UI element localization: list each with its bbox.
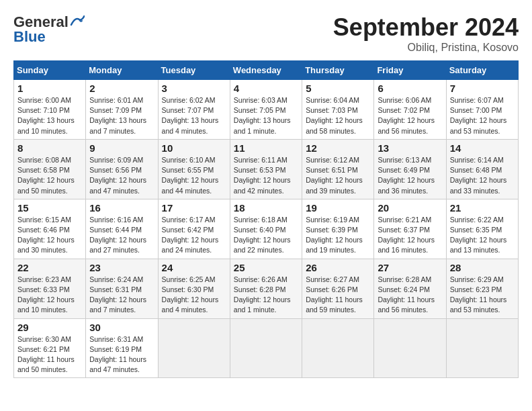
calendar-week-4: 22Sunrise: 6:23 AM Sunset: 6:33 PM Dayli… (14, 259, 519, 318)
day-info: Sunrise: 6:24 AM Sunset: 6:31 PM Dayligh… (89, 275, 154, 316)
day-info: Sunrise: 6:01 AM Sunset: 7:09 PM Dayligh… (89, 95, 154, 136)
calendar-cell: 1Sunrise: 6:00 AM Sunset: 7:10 PM Daylig… (14, 80, 86, 140)
location-subtitle: Obiliq, Pristina, Kosovo (333, 42, 519, 54)
day-number: 29 (17, 322, 82, 333)
day-number: 12 (306, 142, 370, 154)
calendar-cell: 15Sunrise: 6:15 AM Sunset: 6:46 PM Dayli… (14, 199, 86, 259)
calendar-cell: 8Sunrise: 6:08 AM Sunset: 6:58 PM Daylig… (14, 139, 86, 199)
day-info: Sunrise: 6:04 AM Sunset: 7:03 PM Dayligh… (306, 95, 370, 136)
day-info: Sunrise: 6:19 AM Sunset: 6:39 PM Dayligh… (306, 215, 370, 256)
day-number: 27 (378, 262, 442, 273)
calendar-cell: 24Sunrise: 6:25 AM Sunset: 6:30 PM Dayli… (158, 259, 230, 318)
calendar-week-5: 29Sunrise: 6:30 AM Sunset: 6:21 PM Dayli… (14, 318, 519, 378)
weekday-header-friday: Friday (374, 61, 446, 80)
calendar-cell: 23Sunrise: 6:24 AM Sunset: 6:31 PM Dayli… (86, 259, 158, 318)
day-number: 15 (17, 202, 82, 214)
calendar-cell: 21Sunrise: 6:22 AM Sunset: 6:35 PM Dayli… (446, 199, 518, 259)
calendar-cell (446, 318, 518, 378)
weekday-header-sunday: Sunday (14, 61, 86, 80)
day-info: Sunrise: 6:09 AM Sunset: 6:56 PM Dayligh… (89, 155, 154, 196)
day-info: Sunrise: 6:12 AM Sunset: 6:51 PM Dayligh… (306, 155, 370, 196)
day-number: 4 (234, 83, 298, 94)
day-number: 9 (89, 142, 154, 154)
day-info: Sunrise: 6:27 AM Sunset: 6:26 PM Dayligh… (306, 275, 370, 316)
day-number: 13 (378, 142, 442, 154)
day-info: Sunrise: 6:14 AM Sunset: 6:48 PM Dayligh… (450, 155, 515, 196)
day-info: Sunrise: 6:22 AM Sunset: 6:35 PM Dayligh… (450, 215, 515, 256)
day-info: Sunrise: 6:02 AM Sunset: 7:07 PM Dayligh… (162, 95, 226, 136)
day-info: Sunrise: 6:15 AM Sunset: 6:46 PM Dayligh… (17, 215, 82, 256)
calendar-cell: 26Sunrise: 6:27 AM Sunset: 6:26 PM Dayli… (302, 259, 374, 318)
calendar-cell: 2Sunrise: 6:01 AM Sunset: 7:09 PM Daylig… (86, 80, 158, 140)
day-info: Sunrise: 6:28 AM Sunset: 6:24 PM Dayligh… (378, 275, 442, 316)
day-number: 14 (450, 142, 515, 154)
day-info: Sunrise: 6:16 AM Sunset: 6:44 PM Dayligh… (89, 215, 154, 256)
day-info: Sunrise: 6:11 AM Sunset: 6:53 PM Dayligh… (234, 155, 298, 196)
calendar-cell (230, 318, 302, 378)
calendar-cell: 20Sunrise: 6:21 AM Sunset: 6:37 PM Dayli… (374, 199, 446, 259)
day-number: 7 (450, 83, 515, 94)
calendar-cell (158, 318, 230, 378)
logo-blue: Blue (13, 28, 46, 46)
calendar-cell: 22Sunrise: 6:23 AM Sunset: 6:33 PM Dayli… (14, 259, 86, 318)
calendar-cell: 7Sunrise: 6:07 AM Sunset: 7:00 PM Daylig… (446, 80, 518, 140)
calendar-cell: 29Sunrise: 6:30 AM Sunset: 6:21 PM Dayli… (14, 318, 86, 378)
calendar-cell: 11Sunrise: 6:11 AM Sunset: 6:53 PM Dayli… (230, 139, 302, 199)
day-number: 18 (234, 202, 298, 214)
calendar-cell: 16Sunrise: 6:16 AM Sunset: 6:44 PM Dayli… (86, 199, 158, 259)
calendar-cell (302, 318, 374, 378)
calendar-cell: 18Sunrise: 6:18 AM Sunset: 6:40 PM Dayli… (230, 199, 302, 259)
calendar-header: SundayMondayTuesdayWednesdayThursdayFrid… (14, 61, 519, 80)
day-number: 26 (306, 262, 370, 273)
calendar-cell: 13Sunrise: 6:13 AM Sunset: 6:49 PM Dayli… (374, 139, 446, 199)
calendar-cell: 6Sunrise: 6:06 AM Sunset: 7:02 PM Daylig… (374, 80, 446, 140)
calendar-cell: 9Sunrise: 6:09 AM Sunset: 6:56 PM Daylig… (86, 139, 158, 199)
day-number: 30 (89, 322, 154, 333)
calendar-cell (374, 318, 446, 378)
calendar-cell: 17Sunrise: 6:17 AM Sunset: 6:42 PM Dayli… (158, 199, 230, 259)
page-header: General Blue September 2024 Obiliq, Pris… (13, 13, 519, 54)
month-title: September 2024 (333, 13, 519, 42)
calendar-cell: 27Sunrise: 6:28 AM Sunset: 6:24 PM Dayli… (374, 259, 446, 318)
day-info: Sunrise: 6:18 AM Sunset: 6:40 PM Dayligh… (234, 215, 298, 256)
weekday-header-monday: Monday (86, 61, 158, 80)
day-info: Sunrise: 6:31 AM Sunset: 6:19 PM Dayligh… (89, 334, 154, 375)
calendar-week-2: 8Sunrise: 6:08 AM Sunset: 6:58 PM Daylig… (14, 139, 519, 199)
day-number: 1 (17, 83, 82, 94)
weekday-header-wednesday: Wednesday (230, 61, 302, 80)
calendar-week-1: 1Sunrise: 6:00 AM Sunset: 7:10 PM Daylig… (14, 80, 519, 140)
day-number: 5 (306, 83, 370, 94)
calendar-cell: 12Sunrise: 6:12 AM Sunset: 6:51 PM Dayli… (302, 139, 374, 199)
weekday-header-tuesday: Tuesday (158, 61, 230, 80)
title-section: September 2024 Obiliq, Pristina, Kosovo (333, 13, 519, 54)
day-info: Sunrise: 6:03 AM Sunset: 7:05 PM Dayligh… (234, 95, 298, 136)
day-info: Sunrise: 6:26 AM Sunset: 6:28 PM Dayligh… (234, 275, 298, 316)
day-info: Sunrise: 6:07 AM Sunset: 7:00 PM Dayligh… (450, 95, 515, 136)
calendar-week-3: 15Sunrise: 6:15 AM Sunset: 6:46 PM Dayli… (14, 199, 519, 259)
day-number: 6 (378, 83, 442, 94)
calendar-cell: 10Sunrise: 6:10 AM Sunset: 6:55 PM Dayli… (158, 139, 230, 199)
day-number: 24 (162, 262, 226, 273)
day-number: 28 (450, 262, 515, 273)
day-info: Sunrise: 6:30 AM Sunset: 6:21 PM Dayligh… (17, 334, 82, 375)
day-info: Sunrise: 6:25 AM Sunset: 6:30 PM Dayligh… (162, 275, 226, 316)
day-info: Sunrise: 6:06 AM Sunset: 7:02 PM Dayligh… (378, 95, 442, 136)
day-info: Sunrise: 6:29 AM Sunset: 6:23 PM Dayligh… (450, 275, 515, 316)
day-number: 10 (162, 142, 226, 154)
calendar-cell: 14Sunrise: 6:14 AM Sunset: 6:48 PM Dayli… (446, 139, 518, 199)
calendar-cell: 4Sunrise: 6:03 AM Sunset: 7:05 PM Daylig… (230, 80, 302, 140)
day-info: Sunrise: 6:10 AM Sunset: 6:55 PM Dayligh… (162, 155, 226, 196)
day-info: Sunrise: 6:23 AM Sunset: 6:33 PM Dayligh… (17, 275, 82, 316)
day-info: Sunrise: 6:17 AM Sunset: 6:42 PM Dayligh… (162, 215, 226, 256)
day-number: 11 (234, 142, 298, 154)
day-number: 3 (162, 83, 226, 94)
day-number: 21 (450, 202, 515, 214)
calendar-cell: 5Sunrise: 6:04 AM Sunset: 7:03 PM Daylig… (302, 80, 374, 140)
day-number: 17 (162, 202, 226, 214)
logo: General Blue (13, 13, 85, 46)
weekday-header-saturday: Saturday (446, 61, 518, 80)
day-number: 19 (306, 202, 370, 214)
calendar-cell: 25Sunrise: 6:26 AM Sunset: 6:28 PM Dayli… (230, 259, 302, 318)
day-info: Sunrise: 6:21 AM Sunset: 6:37 PM Dayligh… (378, 215, 442, 256)
day-number: 25 (234, 262, 298, 273)
